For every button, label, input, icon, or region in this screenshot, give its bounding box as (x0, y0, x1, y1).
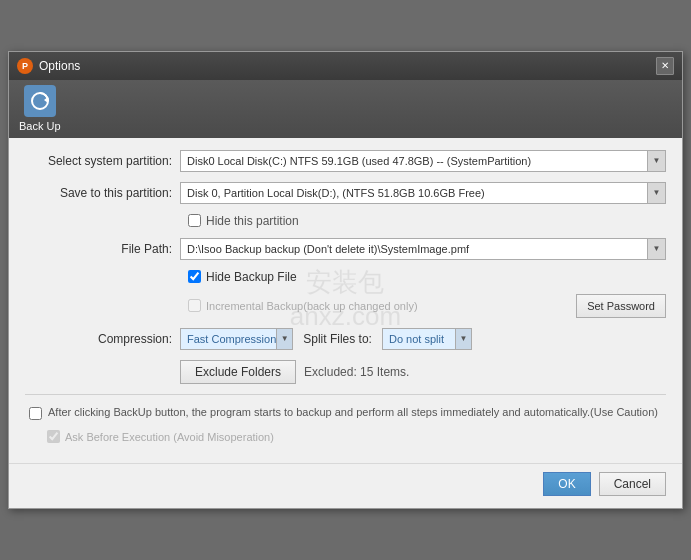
excluded-count: Excluded: 15 Items. (304, 365, 409, 379)
main-content: Select system partition: Disk0 Local Dis… (9, 138, 682, 463)
backup-toolbar-button[interactable]: Back Up (19, 85, 61, 132)
hide-partition-checkbox[interactable] (188, 214, 201, 227)
close-button[interactable]: ✕ (656, 57, 674, 75)
options-window: P Options ✕ Back Up Select system partit… (8, 51, 683, 509)
save-partition-select[interactable]: Disk 0, Partition Local Disk(D:), (NTFS … (180, 182, 666, 204)
save-partition-arrow: ▼ (647, 183, 665, 203)
app-icon: P (17, 58, 33, 74)
split-label: Split Files to: (303, 332, 372, 346)
form-content: Select system partition: Disk0 Local Dis… (9, 138, 682, 463)
svg-marker-1 (44, 97, 48, 103)
hide-backup-checkbox[interactable] (188, 270, 201, 283)
exclude-folders-button[interactable]: Exclude Folders (180, 360, 296, 384)
title-bar: P Options ✕ (9, 52, 682, 80)
cancel-button[interactable]: Cancel (599, 472, 666, 496)
set-password-button[interactable]: Set Password (576, 294, 666, 318)
ask-row: Ask Before Execution (Avoid Misoperation… (25, 430, 666, 443)
system-partition-arrow: ▼ (647, 151, 665, 171)
backup-icon (24, 85, 56, 117)
compression-select[interactable]: Fast Compression ▼ (180, 328, 293, 350)
compression-label: Compression: (25, 332, 180, 346)
compression-group: Fast Compression ▼ Split Files to: Do no… (180, 328, 666, 350)
save-partition-value: Disk 0, Partition Local Disk(D:), (NTFS … (187, 187, 647, 199)
incremental-row: Incremental Backup(back up changed only)… (25, 294, 666, 318)
split-value: Do not split (389, 333, 444, 345)
hide-partition-label[interactable]: Hide this partition (188, 214, 299, 228)
save-partition-control: Disk 0, Partition Local Disk(D:), (NTFS … (180, 182, 666, 204)
split-arrow: ▼ (455, 329, 471, 349)
backup-toolbar-label: Back Up (19, 120, 61, 132)
ok-button[interactable]: OK (543, 472, 590, 496)
save-partition-label: Save to this partition: (25, 186, 180, 200)
system-partition-value: Disk0 Local Disk(C:) NTFS 59.1GB (used 4… (187, 155, 647, 167)
compression-arrow: ▼ (276, 329, 292, 349)
compression-value: Fast Compression (187, 333, 276, 345)
hide-partition-text: Hide this partition (206, 214, 299, 228)
system-partition-label: Select system partition: (25, 154, 180, 168)
ask-checkbox[interactable] (47, 430, 60, 443)
hide-backup-text: Hide Backup File (206, 270, 297, 284)
hide-backup-row: Hide Backup File (25, 270, 666, 284)
exclude-group: Exclude Folders Excluded: 15 Items. (180, 360, 666, 384)
system-partition-row: Select system partition: Disk0 Local Dis… (25, 150, 666, 172)
split-select[interactable]: Do not split ▼ (382, 328, 472, 350)
system-partition-select[interactable]: Disk0 Local Disk(C:) NTFS 59.1GB (used 4… (180, 150, 666, 172)
notice-checkbox[interactable] (29, 407, 42, 420)
ask-label[interactable]: Ask Before Execution (Avoid Misoperation… (47, 430, 666, 443)
file-path-arrow: ▼ (647, 239, 665, 259)
file-path-control: D:\Isoo Backup backup (Don't delete it)\… (180, 238, 666, 260)
incremental-text: Incremental Backup(back up changed only) (206, 300, 418, 312)
toolbar: Back Up (9, 80, 682, 138)
exclude-row: Exclude Folders Excluded: 15 Items. (25, 360, 666, 384)
hide-backup-label[interactable]: Hide Backup File (188, 270, 297, 284)
title-bar-left: P Options (17, 58, 80, 74)
window-title: Options (39, 59, 80, 73)
footer: OK Cancel (9, 463, 682, 508)
file-path-select[interactable]: D:\Isoo Backup backup (Don't delete it)\… (180, 238, 666, 260)
file-path-label: File Path: (25, 242, 180, 256)
incremental-checkbox[interactable] (188, 299, 201, 312)
compression-row: Compression: Fast Compression ▼ Split Fi… (25, 328, 666, 350)
file-path-row: File Path: D:\Isoo Backup backup (Don't … (25, 238, 666, 260)
notice-row: After clicking BackUp button, the progra… (25, 405, 666, 420)
ask-text: Ask Before Execution (Avoid Misoperation… (65, 431, 274, 443)
hide-partition-row: Hide this partition (25, 214, 666, 228)
file-path-value: D:\Isoo Backup backup (Don't delete it)\… (187, 243, 647, 255)
notice-text: After clicking BackUp button, the progra… (48, 405, 658, 420)
incremental-label[interactable]: Incremental Backup(back up changed only) (188, 299, 418, 312)
separator (25, 394, 666, 395)
system-partition-control: Disk0 Local Disk(C:) NTFS 59.1GB (used 4… (180, 150, 666, 172)
save-partition-row: Save to this partition: Disk 0, Partitio… (25, 182, 666, 204)
